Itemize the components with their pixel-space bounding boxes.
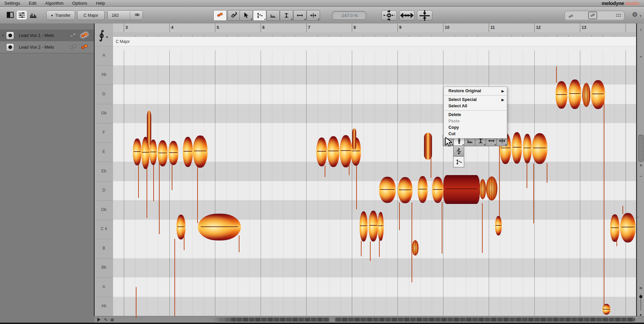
gear-dropdown-arrow[interactable]: ▼ (639, 15, 642, 17)
note-blob[interactable] (193, 136, 208, 168)
note-blob[interactable] (352, 128, 356, 150)
beat-line (512, 50, 512, 319)
amplitude-tool-button[interactable] (280, 10, 293, 21)
note-blob[interactable] (602, 304, 610, 315)
measure-label: 12 (536, 25, 541, 30)
note-blob[interactable] (555, 81, 568, 109)
track-row[interactable]: Lead Vox 2 - Melo (0, 41, 94, 53)
key-signature-row[interactable]: C Major (113, 37, 636, 46)
edit-pencil-icon[interactable]: ✎ (104, 317, 108, 322)
note-blob[interactable] (532, 133, 547, 164)
note-blob[interactable] (479, 179, 486, 199)
menu-item-settings[interactable]: Settings (0, 1, 24, 6)
context-menu-item-cut[interactable]: Cut (444, 131, 507, 137)
bar-ruler[interactable]: 345678910111213 (113, 23, 636, 33)
menu-item-edit[interactable]: Edit (24, 1, 41, 6)
note-blob[interactable] (147, 111, 151, 146)
note-blob[interactable] (418, 176, 428, 203)
note-blob[interactable] (412, 240, 419, 256)
note-blob[interactable] (327, 136, 339, 167)
amplitude-waves-icon[interactable]: ≋ (637, 286, 644, 290)
clef-selector[interactable]: ∮ ▼ (95, 23, 114, 46)
note-blob[interactable] (183, 137, 193, 167)
note-blob[interactable] (133, 139, 142, 165)
note-blob[interactable] (369, 211, 378, 241)
overview-waveform[interactable] (212, 318, 635, 322)
cursor-tool-button[interactable] (239, 10, 253, 21)
pitch-tool-button[interactable] (253, 10, 266, 21)
tempo-link-icon[interactable] (135, 13, 140, 18)
context-menu-item-select-all[interactable]: Select All (444, 103, 507, 109)
panes-icon[interactable] (5, 11, 15, 19)
beat-line (283, 50, 284, 319)
timing-macro-button[interactable] (399, 10, 415, 20)
key-selector-button[interactable]: C Major (77, 10, 105, 20)
measure-label: 4 (171, 25, 173, 30)
vertical-scrollbar-thumb[interactable] (638, 135, 644, 162)
settings-gear-icon[interactable]: ⚙ (632, 11, 638, 18)
handle-tool-button[interactable] (307, 10, 320, 21)
transfer-button[interactable]: ● Transfer (46, 10, 75, 20)
track-row[interactable]: Lead Vox 1 - Melo (0, 30, 94, 42)
edit-blob-icon[interactable] (80, 33, 89, 39)
note-editor[interactable]: 345678910111213 C Major (113, 23, 636, 323)
modulation-subpalette-button[interactable] (453, 146, 464, 157)
note-blob[interactable] (424, 133, 432, 160)
note-blob[interactable] (379, 177, 396, 203)
note-blob[interactable] (610, 214, 620, 242)
note-blob[interactable] (398, 177, 413, 203)
record-arm-button[interactable] (6, 43, 14, 51)
note-blob[interactable] (168, 141, 178, 165)
edit-blob-icon[interactable] (80, 44, 89, 50)
note-blob[interactable] (432, 177, 443, 203)
note-blob[interactable] (378, 212, 384, 241)
note-icon[interactable]: ♪ (637, 27, 644, 32)
note-blob[interactable] (443, 175, 480, 204)
accidentals-icon[interactable]: ♯♯ (110, 317, 113, 322)
snap-macro-button[interactable] (381, 10, 397, 20)
note-blob[interactable] (316, 138, 327, 166)
menu-item-options[interactable]: Options (68, 1, 92, 6)
lines-icon[interactable]: ≡ (637, 163, 644, 168)
algorithm-wrench-button[interactable] (227, 10, 241, 21)
context-menu-item-delete[interactable]: Delete (444, 112, 507, 118)
playback-flag-icon[interactable] (97, 317, 101, 322)
formant-tool-button[interactable] (266, 10, 280, 21)
menu-item-help[interactable]: Help (92, 1, 109, 6)
note-blob[interactable] (591, 80, 605, 109)
note-blob[interactable] (620, 213, 636, 242)
scroll-waves-icon[interactable]: ≈ (637, 54, 644, 59)
note-blob[interactable] (198, 214, 241, 240)
record-arm-button[interactable] (6, 32, 14, 40)
context-menu-item-restore-original[interactable]: Restore Original▶ (444, 88, 507, 94)
context-menu-item-select-special[interactable]: Select Special▶ (444, 97, 507, 103)
note-blob-mode-button[interactable] (213, 10, 227, 21)
note-blob[interactable] (495, 216, 502, 235)
zoom-slider[interactable] (565, 11, 625, 20)
note-blob[interactable] (523, 134, 532, 163)
mixer-icon[interactable] (17, 11, 27, 19)
timing-tool-button[interactable] (293, 10, 307, 21)
monitor-blob-icon[interactable] (69, 33, 77, 39)
note-tail (399, 203, 400, 230)
note-blob[interactable] (582, 83, 590, 107)
note-blob[interactable] (569, 79, 581, 109)
measure-label: 11 (490, 25, 495, 30)
zoom-slider-knob[interactable] (639, 295, 642, 298)
zoom-thumb[interactable] (588, 12, 597, 19)
note-blob[interactable] (176, 215, 185, 239)
divide-macro-button[interactable] (417, 10, 432, 20)
levels-icon[interactable] (28, 11, 38, 19)
pitch-row-label: Ab (95, 304, 113, 308)
note-blob[interactable] (340, 135, 352, 167)
dash-icon[interactable]: – (637, 174, 644, 178)
note-blob[interactable] (158, 140, 168, 166)
monitor-blob-icon[interactable] (69, 44, 77, 50)
note-blob[interactable] (486, 176, 497, 201)
note-blob[interactable] (512, 132, 522, 164)
menu-item-algorithm[interactable]: Algorithm (41, 1, 68, 6)
tempo-field[interactable]: 182 (107, 10, 143, 20)
context-menu-item-copy[interactable]: Copy (444, 124, 507, 131)
pitch-subpalette-button[interactable] (453, 156, 464, 167)
note-blob[interactable] (360, 211, 368, 241)
